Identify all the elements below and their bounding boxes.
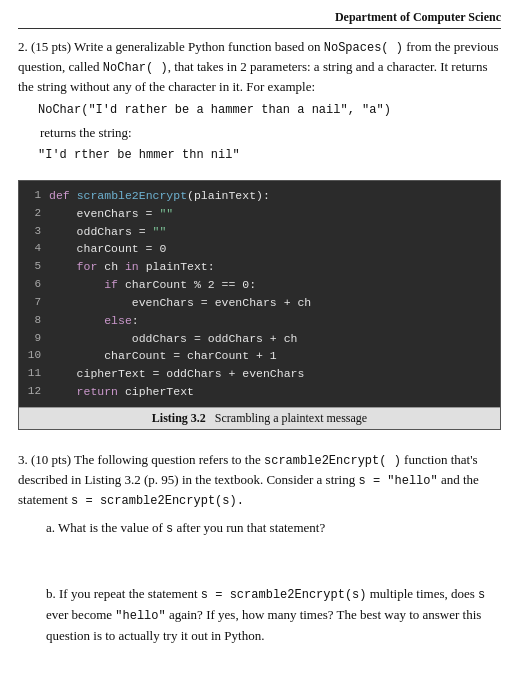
question-2-block: 2. (15 pts) Write a generalizable Python… (18, 37, 501, 164)
code-listing: 1 def scramble2Encrypt(plainText): 2 eve… (18, 180, 501, 430)
line-num-6: 6 (19, 276, 41, 294)
code-line-12: 12 return cipherText (19, 383, 490, 401)
line-code-5: for ch in plainText: (49, 258, 215, 276)
q3-eq2: = (78, 494, 100, 508)
q2-nospaces-fn: NoSpaces( ) (324, 41, 403, 55)
line-code-4: charCount = 0 (49, 240, 166, 258)
q3-hello: "hello" (387, 474, 437, 488)
line-code-2: evenChars = "" (49, 205, 173, 223)
line-num-3: 3 (19, 223, 41, 241)
sub-a-text2: after you run that statement? (173, 520, 325, 535)
line-code-10: charCount = charCount + 1 (49, 347, 277, 365)
code-listing-inner: 1 def scramble2Encrypt(plainText): 2 eve… (19, 181, 500, 407)
line-num-12: 12 (19, 383, 41, 401)
code-line-4: 4 charCount = 0 (19, 240, 490, 258)
listing-label: Listing 3.2 (152, 411, 206, 425)
page: Department of Computer Scienc 2. (15 pts… (0, 0, 523, 700)
q2-nochar-fn: NoChar( ) (103, 61, 168, 75)
q2-text1: Write a generalizable Python function ba… (74, 39, 324, 54)
line-code-12: return cipherText (49, 383, 194, 401)
q3-number: 3. (18, 452, 28, 467)
q3-eq: = (366, 474, 388, 488)
line-num-8: 8 (19, 312, 41, 330)
code-line-9: 9 oddChars = oddChars + ch (19, 330, 490, 348)
sub-b-answer-space (46, 646, 501, 674)
code-line-2: 2 evenChars = "" (19, 205, 490, 223)
line-code-9: oddChars = oddChars + ch (49, 330, 297, 348)
sub-b-text2: multiple times, does (367, 586, 479, 601)
sub-b-label: b. (46, 586, 56, 601)
sub-b-s: s (201, 588, 208, 602)
line-num-2: 2 (19, 205, 41, 223)
sub-a-answer-space (46, 538, 501, 576)
q3-s-var: s (358, 474, 365, 488)
sub-b-text1: If you repeat the statement (59, 586, 201, 601)
listing-caption: Listing 3.2 Scrambling a plaintext messa… (19, 407, 500, 429)
q3-fn-ref: scramble2Encrypt( ) (264, 454, 401, 468)
listing-caption-desc: Scrambling a plaintext message (215, 411, 367, 425)
line-num-5: 5 (19, 258, 41, 276)
q3-points: (10 pts) (31, 452, 71, 467)
sub-b-hello: "hello" (115, 609, 165, 623)
q2-example-output: "I'd rther be hmmer thn nil" (38, 146, 501, 164)
line-code-8: else: (49, 312, 139, 330)
line-code-11: cipherText = oddChars + evenChars (49, 365, 304, 383)
q2-points: (15 pts) (31, 39, 71, 54)
header-title: Department of Computer Scienc (335, 10, 501, 25)
sub-question-a: a. What is the value of s after you run … (46, 518, 501, 577)
q3-fn-call: scramble2Encrypt(s). (100, 494, 244, 508)
q2-returns-label: returns the string: (40, 123, 501, 143)
line-num-4: 4 (19, 240, 41, 258)
q2-returns-text: returns the string: (40, 125, 132, 140)
sub-a-label: a. (46, 520, 55, 535)
line-num-11: 11 (19, 365, 41, 383)
line-num-10: 10 (19, 347, 41, 365)
code-line-3: 3 oddChars = "" (19, 223, 490, 241)
line-code-3: oddChars = "" (49, 223, 166, 241)
line-code-7: evenChars = evenChars + ch (49, 294, 311, 312)
code-line-10: 10 charCount = charCount + 1 (19, 347, 490, 365)
q2-number: 2. (18, 39, 28, 54)
header-bar: Department of Computer Scienc (18, 10, 501, 29)
sub-b-fn: scramble2Encrypt(s) (230, 588, 367, 602)
code-line-6: 6 if charCount % 2 == 0: (19, 276, 490, 294)
sub-question-b: b. If you repeat the statement s = scram… (46, 584, 501, 673)
code-line-8: 8 else: (19, 312, 490, 330)
line-num-7: 7 (19, 294, 41, 312)
sub-a-text: What is the value of (58, 520, 166, 535)
line-code-6: if charCount % 2 == 0: (49, 276, 256, 294)
code-line-11: 11 cipherText = oddChars + evenChars (19, 365, 490, 383)
sub-b-text3: ever become (46, 607, 115, 622)
line-num-1: 1 (19, 187, 41, 205)
line-code-1: def scramble2Encrypt(plainText): (49, 187, 270, 205)
code-line-1: 1 def scramble2Encrypt(plainText): (19, 187, 490, 205)
question-3-block: 3. (10 pts) The following question refer… (18, 450, 501, 674)
sub-b-eq: = (208, 588, 230, 602)
q3-text1: The following question refers to the (74, 452, 264, 467)
line-num-9: 9 (19, 330, 41, 348)
sub-b-s2: s (478, 588, 485, 602)
q2-example-call: NoChar("I'd rather be a hammer than a na… (38, 101, 501, 119)
code-line-5: 5 for ch in plainText: (19, 258, 490, 276)
code-line-7: 7 evenChars = evenChars + ch (19, 294, 490, 312)
